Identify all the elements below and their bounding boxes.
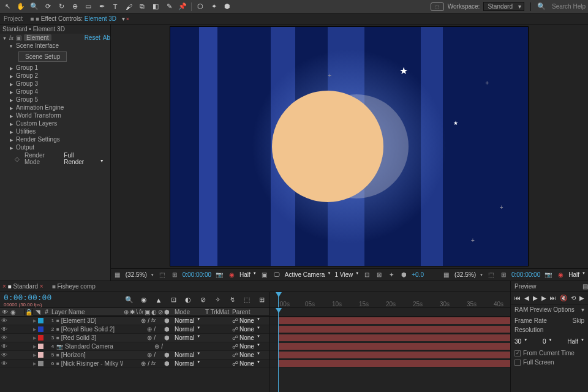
parent-dropdown[interactable]: None <box>239 326 260 333</box>
axis-world-icon[interactable]: ✦ <box>209 2 219 12</box>
snapshot-icon[interactable]: 📷 <box>215 271 224 279</box>
parent-dropdown[interactable]: None <box>239 360 260 367</box>
composition-viewer[interactable]: ★ ★ + + + + <box>111 24 588 268</box>
expand-icon[interactable] <box>9 128 13 135</box>
text-tool-icon[interactable]: T <box>110 2 120 12</box>
layer-row[interactable]: 👁▶3■[Red Solid 3]⊕/⬢Normal☍None <box>0 334 269 342</box>
blend-mode-dropdown[interactable]: Normal <box>175 317 200 324</box>
layer-track[interactable] <box>270 342 510 351</box>
stamp-tool-icon[interactable]: ⧉ <box>137 2 147 12</box>
parent-pickwhip-icon[interactable]: ☍ <box>232 317 238 324</box>
workspace-dropdown[interactable]: Standard▾ <box>483 2 524 11</box>
brush-tool-icon[interactable]: 🖌 <box>124 2 134 12</box>
expand-icon[interactable] <box>9 88 13 95</box>
region-icon[interactable]: ▦ <box>113 271 122 279</box>
selection-tool-icon[interactable]: ↖ <box>2 2 12 12</box>
layer-color-swatch[interactable] <box>38 361 43 366</box>
grid2-icon[interactable]: ⊞ <box>499 271 508 279</box>
last-frame-button[interactable]: ⏭ <box>550 295 556 301</box>
parent-pickwhip-icon[interactable]: ☍ <box>232 334 238 341</box>
effect-controls-tab[interactable]: ■ ■ Effect Controls: Element 3D ▾× <box>30 15 129 22</box>
expand-icon[interactable] <box>2 34 7 41</box>
channel-icon[interactable]: ◉ <box>227 271 236 279</box>
toggle-icon[interactable]: ▣ <box>260 271 269 279</box>
parent-pickwhip-icon[interactable]: ☍ <box>232 352 238 358</box>
expand-layer-icon[interactable]: ▶ <box>33 353 36 358</box>
b-icon[interactable]: ⊠ <box>375 271 383 279</box>
rotate-tool-icon[interactable]: ↻ <box>56 2 66 12</box>
visibility-toggle[interactable]: 👁 <box>1 343 7 350</box>
parent-pickwhip-icon[interactable]: ☍ <box>232 360 238 367</box>
expand-icon[interactable] <box>9 64 13 71</box>
layer-bar[interactable] <box>278 343 510 350</box>
timeline-tab-standard[interactable]: × ■ Standard × <box>2 283 43 290</box>
zoom-level[interactable]: (32.5%) <box>126 271 147 278</box>
tl-e-icon[interactable]: ⊘ <box>198 295 208 305</box>
res2-icon[interactable]: ⬚ <box>487 271 496 279</box>
visibility-toggle[interactable]: 👁 <box>1 360 7 367</box>
layer-color-swatch[interactable] <box>38 335 43 341</box>
tl-b-icon[interactable]: ▲ <box>154 295 164 305</box>
resolution2-dropdown[interactable]: Half <box>568 271 586 278</box>
views-dropdown[interactable]: 1 View <box>334 271 359 278</box>
a-icon[interactable]: ⊡ <box>363 271 371 279</box>
expand-layer-icon[interactable]: ▶ <box>33 344 36 349</box>
workspace-switch-icon[interactable]: ⬚ <box>431 2 444 11</box>
blend-mode-dropdown[interactable]: Normal <box>175 360 200 367</box>
grid-icon[interactable]: ⊞ <box>170 271 179 279</box>
skip-dropdown[interactable]: 0 <box>543 338 552 345</box>
pin-tool-icon[interactable]: 📌 <box>178 2 187 12</box>
frame-rate-dropdown[interactable]: 30 <box>514 338 527 345</box>
preview-tab[interactable]: Preview <box>514 283 537 290</box>
expand-layer-icon[interactable]: ▶ <box>33 327 36 332</box>
layer-color-swatch[interactable] <box>38 344 43 349</box>
expand-layer-icon[interactable]: ▶ <box>33 318 36 323</box>
effect-name[interactable]: Element <box>24 34 51 41</box>
time-ruler[interactable]: :00s05s10s15s20s25s30s35s40s <box>270 299 510 307</box>
expand-layer-icon[interactable]: ▶ <box>33 361 36 366</box>
scene-setup-button[interactable]: Scene Setup <box>18 51 67 62</box>
axis-local-icon[interactable]: ⬡ <box>195 2 205 12</box>
expand-icon[interactable] <box>9 96 13 103</box>
layer-row[interactable]: 👁▶4📷Standard Camera⊕/☍None <box>0 342 269 351</box>
current-time-display[interactable]: 0:00:00:00 <box>0 293 51 302</box>
ram-preview-button[interactable]: ▶ <box>579 295 584 301</box>
tl-f-icon[interactable]: ✧ <box>213 295 222 305</box>
layer-bar[interactable] <box>278 317 510 324</box>
search-help-input[interactable]: Search Help <box>552 3 586 10</box>
layer-row[interactable]: 👁▶5■[Horizon]⊕/⬢Normal☍None <box>0 351 269 360</box>
pen-tool-icon[interactable]: ✒ <box>97 2 107 12</box>
snapshot2-icon[interactable]: 📷 <box>544 271 552 279</box>
expand-icon[interactable] <box>9 80 13 87</box>
blend-mode-dropdown[interactable]: Normal <box>175 334 200 341</box>
parent-dropdown[interactable]: None <box>239 343 260 350</box>
roto-tool-icon[interactable]: ✎ <box>164 2 174 12</box>
blend-mode-dropdown[interactable]: Normal <box>175 352 200 358</box>
first-frame-button[interactable]: ⏮ <box>514 295 521 301</box>
parent-dropdown[interactable]: None <box>239 352 260 358</box>
render-mode-dropdown[interactable]: Full Render <box>64 152 107 165</box>
channel2-icon[interactable]: ◉ <box>556 271 565 279</box>
layer-color-swatch[interactable] <box>38 318 43 323</box>
orbit-tool-icon[interactable]: ⟳ <box>43 2 53 12</box>
layer-color-swatch[interactable] <box>38 326 43 332</box>
tl-c-icon[interactable]: ⊡ <box>168 295 178 305</box>
tl-i-icon[interactable]: ⊞ <box>257 295 266 305</box>
loop-button[interactable]: ⟲ <box>571 295 576 301</box>
tl-g-icon[interactable]: ↯ <box>227 295 237 305</box>
tl-a-icon[interactable]: ◉ <box>139 295 149 305</box>
visibility-toggle[interactable]: 👁 <box>1 334 7 341</box>
visibility-toggle[interactable]: 👁 <box>1 352 7 358</box>
layer-track[interactable] <box>270 334 510 342</box>
options-menu-icon[interactable]: ▾ <box>581 306 584 313</box>
region2-icon[interactable]: ▦ <box>442 271 451 279</box>
layer-track[interactable] <box>270 325 510 334</box>
prev-frame-button[interactable]: ◀ <box>524 295 529 301</box>
visibility-toggle[interactable]: 👁 <box>1 326 7 333</box>
playhead-body[interactable] <box>278 308 279 392</box>
tl-d-icon[interactable]: ◐ <box>183 295 193 305</box>
layer-track[interactable] <box>270 351 510 360</box>
parent-pickwhip-icon[interactable]: ☍ <box>232 343 238 350</box>
exposure[interactable]: +0.0 <box>412 271 424 278</box>
expand-layer-icon[interactable]: ▶ <box>33 336 36 341</box>
